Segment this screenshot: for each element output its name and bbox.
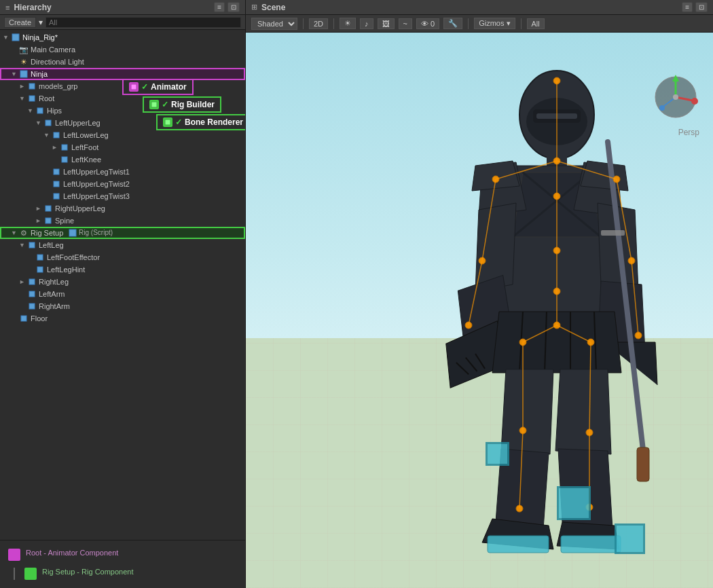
- audio-btn[interactable]: ♪: [360, 18, 373, 29]
- toolbar-sep-4: [521, 18, 522, 29]
- arrow-left-foot: [52, 144, 60, 151]
- cube-icon-left-lower-leg: [52, 130, 61, 140]
- svg-rect-24: [21, 316, 26, 321]
- tree-item-left-leg[interactable]: LeftLeg: [0, 239, 245, 251]
- hierarchy-header: ≡ Hierarchy ≡ ⊡: [0, 0, 245, 15]
- 2d-mode-btn[interactable]: 2D: [309, 18, 328, 29]
- tree-item-left-knee[interactable]: LeftKnee: [0, 153, 245, 166]
- legend-pink-dot: [8, 549, 20, 561]
- tree-item-right-leg[interactable]: RightLeg: [0, 276, 245, 288]
- scene-panel-controls: ≡ ⊡: [682, 2, 708, 12]
- arrow-models-grp: [19, 83, 27, 90]
- arrow-left-leg: [19, 242, 27, 249]
- svg-rect-22: [29, 291, 35, 297]
- scene-gizmo: [652, 73, 699, 121]
- all-layers-btn[interactable]: All: [527, 18, 545, 29]
- image-btn[interactable]: 🖼: [378, 18, 395, 29]
- hierarchy-search-input[interactable]: [45, 17, 241, 28]
- panels-container: ≡ Hierarchy ≡ ⊡ Create ▾: [0, 0, 713, 588]
- sun-btn[interactable]: ☀: [340, 18, 356, 29]
- gear-icon-rig-setup: ⚙: [19, 228, 29, 238]
- tree-item-left-foot[interactable]: LeftFoot: [0, 141, 245, 153]
- eye-btn[interactable]: 👁 0: [416, 18, 439, 29]
- arrow-left-lower-leg: [43, 132, 52, 139]
- tree-item-left-leg-hint[interactable]: LeftLegHint: [0, 263, 245, 276]
- tree-item-right-arm[interactable]: RightArm: [0, 300, 245, 312]
- arrow-ninja-rig: [3, 34, 11, 41]
- svg-rect-5: [29, 84, 35, 89]
- camera-icon: 📷: [19, 45, 29, 54]
- teal-cube-3: [615, 523, 645, 554]
- legend-pink-item: Root - Animator Component: [8, 549, 237, 561]
- svg-rect-1: [20, 71, 27, 77]
- tree-item-spine[interactable]: Spine: [0, 215, 245, 227]
- tree-item-right-upper-leg[interactable]: RightUpperLeg: [0, 202, 245, 215]
- tree-item-main-camera[interactable]: 📷 Main Camera: [0, 43, 245, 56]
- label-left-knee: LeftKnee: [71, 155, 101, 164]
- tree-item-rig-setup[interactable]: ⚙ Rig Setup Rig (Script): [0, 227, 245, 239]
- scene-extra-btn[interactable]: ⊡: [695, 2, 708, 12]
- svg-rect-40: [561, 536, 621, 553]
- arrow-right-leg: [19, 278, 27, 285]
- light-icon: ☀: [19, 57, 29, 67]
- label-left-leg: LeftLeg: [39, 241, 64, 249]
- gizmos-btn[interactable]: Gizmos ▾: [474, 18, 515, 29]
- hierarchy-panel: ≡ Hierarchy ≡ ⊡ Create ▾: [0, 0, 246, 588]
- rig-builder-popup: ✓ Rig Builder: [143, 96, 221, 113]
- tree-item-left-arm[interactable]: LeftArm: [0, 288, 245, 300]
- fx-btn[interactable]: ~: [399, 18, 412, 29]
- cube-icon-left-leg-hint: [35, 265, 45, 274]
- svg-rect-16: [45, 218, 51, 223]
- arrow-ninja: [11, 71, 19, 77]
- legend-green-dot: [24, 568, 37, 580]
- cube-icon-twist2: [52, 179, 61, 189]
- cube-icon-right-upper-leg: [43, 204, 53, 213]
- scene-header: ⊞ Scene ≡ ⊡: [246, 0, 713, 15]
- cube-icon-right-leg: [27, 277, 37, 287]
- svg-point-83: [691, 98, 698, 105]
- label-models-grp: models_grp: [39, 82, 77, 90]
- tree-item-left-foot-effector[interactable]: LeftFootEffector: [0, 251, 245, 263]
- tree-item-left-lower-leg[interactable]: LeftLowerLeg: [0, 129, 245, 141]
- tree-item-floor[interactable]: Floor: [0, 312, 245, 325]
- label-dir-light: Directional Light: [31, 58, 84, 66]
- cube-icon-left-upper-leg: [43, 118, 53, 128]
- label-floor: Floor: [31, 314, 48, 323]
- cube-icon-left-foot-effector: [35, 253, 45, 262]
- hierarchy-tree: Ninja_Rig* 📷 Main Camera ☀ Directional L…: [0, 30, 245, 540]
- shading-dropdown[interactable]: Shaded: [251, 18, 297, 30]
- label-left-lower-leg: LeftLowerLeg: [63, 131, 109, 139]
- label-left-upper-leg: LeftUpperLeg: [55, 119, 100, 127]
- label-root: Root: [39, 94, 54, 103]
- arrow-rig-setup: [11, 229, 19, 236]
- tree-item-ninja-rig[interactable]: Ninja_Rig*: [0, 31, 245, 43]
- label-twist1: LeftUpperLegTwist1: [63, 168, 130, 176]
- label-right-leg: RightLeg: [39, 278, 69, 286]
- label-twist3: LeftUpperLegTwist3: [63, 192, 130, 200]
- svg-rect-0: [12, 34, 19, 41]
- tree-item-dir-light[interactable]: ☀ Directional Light: [0, 56, 245, 68]
- arrow-left-upper-leg: [35, 120, 43, 126]
- cube-icon-twist1: [52, 167, 61, 177]
- hierarchy-lock-btn[interactable]: ⊡: [227, 2, 240, 12]
- svg-rect-19: [37, 255, 43, 260]
- tree-item-twist1[interactable]: LeftUpperLegTwist1: [0, 166, 245, 178]
- svg-rect-10: [62, 145, 67, 150]
- settings-btn[interactable]: 🔧: [443, 18, 462, 29]
- scene-panel: ⊞ Scene ≡ ⊡ Shaded 2D ☀ ♪ 🖼 ~ 👁 0 �: [246, 0, 713, 588]
- label-left-foot-effector: LeftFootEffector: [47, 253, 100, 261]
- teal-cube-1: [486, 442, 509, 466]
- hierarchy-menu-btn[interactable]: ≡: [214, 2, 225, 12]
- legend-green-label: Rig Setup - Rig Component: [42, 568, 134, 576]
- cube-icon-root: [27, 94, 37, 103]
- label-right-arm: RightArm: [39, 302, 70, 310]
- svg-point-85: [659, 105, 665, 111]
- hierarchy-controls: ≡ ⊡: [214, 2, 240, 12]
- scene-menu-btn[interactable]: ≡: [682, 2, 693, 12]
- label-ninja: Ninja: [31, 70, 48, 78]
- tree-item-twist2[interactable]: LeftUpperLegTwist2: [0, 178, 245, 190]
- create-button[interactable]: Create: [4, 17, 36, 28]
- svg-rect-12: [54, 169, 59, 174]
- tree-item-twist3[interactable]: LeftUpperLegTwist3: [0, 190, 245, 202]
- arrow-root: [19, 95, 27, 102]
